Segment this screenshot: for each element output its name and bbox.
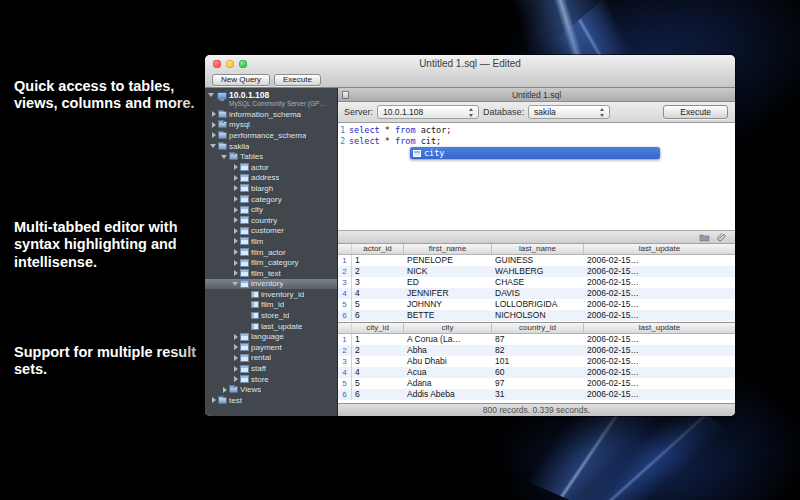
column-header-first_name[interactable]: first_name <box>404 244 492 254</box>
zoom-window-button[interactable] <box>239 60 247 68</box>
disclosure-expanded-icon[interactable] <box>232 280 239 288</box>
result-cell[interactable]: 82 <box>492 345 584 356</box>
disclosure-collapsed-icon[interactable] <box>232 163 239 171</box>
tree-item-store[interactable]: store <box>205 374 337 385</box>
column-header-country_id[interactable]: country_id <box>492 323 584 333</box>
result-cell[interactable]: JOHNNY <box>404 299 492 310</box>
disclosure-collapsed-icon[interactable] <box>210 131 217 139</box>
result-cell[interactable]: 1 <box>352 255 404 266</box>
result-cell[interactable]: 5 <box>352 299 404 310</box>
result-cell[interactable]: Adana <box>404 378 492 389</box>
result-cell[interactable]: 2 <box>352 266 404 277</box>
result-cell[interactable]: GUINESS <box>492 255 584 266</box>
tree-item-film_category[interactable]: film_category <box>205 257 337 268</box>
result-cell[interactable]: Abu Dhabi <box>404 356 492 367</box>
tree-item-inventory[interactable]: inventory <box>205 279 337 290</box>
result-cell[interactable]: 5 <box>352 378 404 389</box>
result-row[interactable]: 44JENNIFERDAVIS2006-02-15… <box>338 288 735 299</box>
title-bar[interactable]: Untitled 1.sql — Edited <box>205 55 735 72</box>
result-cell[interactable]: Addis Abeba <box>404 389 492 400</box>
disclosure-collapsed-icon[interactable] <box>232 354 239 362</box>
tree-item-category[interactable]: category <box>205 194 337 205</box>
result-cell[interactable]: PENELOPE <box>404 255 492 266</box>
disclosure-collapsed-icon[interactable] <box>232 365 239 373</box>
result-row[interactable]: 11A Corua (La…872006-02-15… <box>338 334 735 345</box>
tree-item-payment[interactable]: payment <box>205 342 337 353</box>
result-cell[interactable]: 2006-02-15… <box>584 356 735 367</box>
result-row[interactable]: 44Acua602006-02-15… <box>338 367 735 378</box>
result-cell[interactable]: 4 <box>352 288 404 299</box>
disclosure-collapsed-icon[interactable] <box>232 184 239 192</box>
tree-item-performance_schema[interactable]: performance_schema <box>205 130 337 141</box>
disclosure-expanded-icon[interactable] <box>208 91 215 99</box>
minimize-window-button[interactable] <box>226 60 234 68</box>
tree-item-film_actor[interactable]: film_actor <box>205 247 337 258</box>
result-cell[interactable]: 2006-02-15… <box>584 389 735 400</box>
result-cell[interactable]: LOLLOBRIGIDA <box>492 299 584 310</box>
result-cell[interactable]: 2006-02-15… <box>584 277 735 288</box>
tree-item-blargh[interactable]: blargh <box>205 183 337 194</box>
column-header-last_name[interactable]: last_name <box>492 244 584 254</box>
result-cell[interactable]: NICK <box>404 266 492 277</box>
disclosure-collapsed-icon[interactable] <box>232 195 239 203</box>
column-header-city[interactable]: city <box>404 323 492 333</box>
tree-item-film_text[interactable]: film_text <box>205 268 337 279</box>
result-cell[interactable]: ED <box>404 277 492 288</box>
disclosure-collapsed-icon[interactable] <box>210 110 217 118</box>
result-row[interactable]: 11PENELOPEGUINESS2006-02-15… <box>338 255 735 266</box>
tree-item-city[interactable]: city <box>205 204 337 215</box>
tree-item-language[interactable]: language <box>205 331 337 342</box>
result-cell[interactable]: Abha <box>404 345 492 356</box>
result-cell[interactable]: 2 <box>352 345 404 356</box>
result-row[interactable]: 33Abu Dhabi1012006-02-15… <box>338 356 735 367</box>
disclosure-collapsed-icon[interactable] <box>232 343 239 351</box>
execute-query-button[interactable]: Execute <box>663 105 728 119</box>
result-cell[interactable]: DAVIS <box>492 288 584 299</box>
result-cell[interactable]: 3 <box>352 277 404 288</box>
tree-item-Views[interactable]: Views <box>205 384 337 395</box>
tree-item-mysql[interactable]: mysql <box>205 120 337 131</box>
result-row[interactable]: 22Abha822006-02-15… <box>338 345 735 356</box>
sql-editor[interactable]: 1select * from actor;2select * from cit;… <box>338 123 735 231</box>
result-cell[interactable]: 3 <box>352 356 404 367</box>
result-row[interactable]: 55Adana972006-02-15… <box>338 378 735 389</box>
disclosure-collapsed-icon[interactable] <box>221 386 228 394</box>
disclosure-collapsed-icon[interactable] <box>232 375 239 383</box>
result-cell[interactable]: Acua <box>404 367 492 378</box>
disclosure-collapsed-icon[interactable] <box>232 227 239 235</box>
disclosure-expanded-icon[interactable] <box>221 153 228 161</box>
disclosure-collapsed-icon[interactable] <box>232 269 239 277</box>
tree-item-country[interactable]: country <box>205 215 337 226</box>
tree-item-actor[interactable]: actor <box>205 162 337 173</box>
column-header-city_id[interactable]: city_id <box>352 323 404 333</box>
tree-item-inventory_id[interactable]: inventory_id <box>205 289 337 300</box>
disclosure-collapsed-icon[interactable] <box>232 174 239 182</box>
result-cell[interactable]: 2006-02-15… <box>584 255 735 266</box>
column-header-last_update[interactable]: last_update <box>584 323 735 333</box>
result-cell[interactable]: 2006-02-15… <box>584 266 735 277</box>
result-row[interactable]: 66BETTENICHOLSON2006-02-15… <box>338 310 735 321</box>
result-cell[interactable]: 2006-02-15… <box>584 334 735 345</box>
paperclip-icon[interactable] <box>717 232 727 242</box>
tree-item-staff[interactable]: staff <box>205 363 337 374</box>
result-cell[interactable]: 2006-02-15… <box>584 310 735 321</box>
column-header-last_update[interactable]: last_update <box>584 244 735 254</box>
disclosure-collapsed-icon[interactable] <box>210 121 217 129</box>
tree-item-Tables[interactable]: Tables <box>205 151 337 162</box>
result-cell[interactable]: 2006-02-15… <box>584 299 735 310</box>
result-cell[interactable]: 2006-02-15… <box>584 288 735 299</box>
result-row[interactable]: 66Addis Abeba312006-02-15… <box>338 389 735 400</box>
result-row[interactable]: 33EDCHASE2006-02-15… <box>338 277 735 288</box>
result-cell[interactable]: 2006-02-15… <box>584 378 735 389</box>
disclosure-collapsed-icon[interactable] <box>232 333 239 341</box>
result-cell[interactable]: WAHLBERG <box>492 266 584 277</box>
result-cell[interactable]: A Corua (La… <box>404 334 492 345</box>
close-window-button[interactable] <box>213 60 221 68</box>
document-icon[interactable] <box>342 91 349 99</box>
tree-item-last_update[interactable]: last_update <box>205 321 337 332</box>
result-cell[interactable]: 4 <box>352 367 404 378</box>
disclosure-collapsed-icon[interactable] <box>232 248 239 256</box>
tree-item-test[interactable]: test <box>205 395 337 406</box>
result-cell[interactable]: 31 <box>492 389 584 400</box>
result-cell[interactable]: NICHOLSON <box>492 310 584 321</box>
